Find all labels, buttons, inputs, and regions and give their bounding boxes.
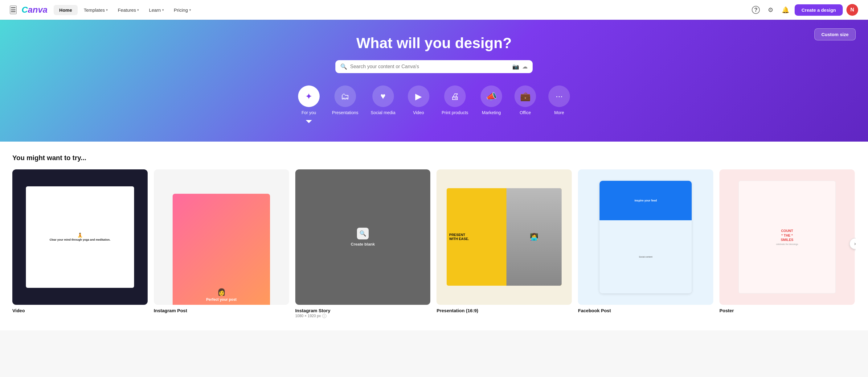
pricing-nav-link[interactable]: Pricing ▾ (169, 5, 195, 15)
main-content: You might want to try... 🧘 Clear your mi… (0, 142, 868, 330)
upload-search-button[interactable]: ☁ (522, 63, 528, 70)
chevron-down-icon: ▾ (137, 8, 139, 12)
upload-icon: ☁ (522, 63, 528, 70)
marketing-icon: 📣 (480, 85, 502, 107)
nav-links: Templates ▾ Features ▾ Learn ▾ Pricing ▾ (80, 5, 195, 15)
bell-icon: 🔔 (782, 6, 789, 13)
category-item-office[interactable]: 💼Office (515, 85, 536, 123)
settings-button[interactable]: ⚙ (765, 4, 776, 16)
camera-icon: 📷 (512, 63, 519, 70)
custom-size-button[interactable]: Custom size (814, 28, 856, 40)
presentations-icon: 🗂 (335, 85, 356, 107)
nav-right: ? ⚙ 🔔 Create a design N (750, 4, 858, 16)
templates-nav-link[interactable]: Templates ▾ (80, 5, 112, 15)
card-poster[interactable]: COUNT* THE *SMILES celebrate the blessin… (719, 169, 855, 318)
category-label: Office (520, 110, 531, 115)
camera-search-button[interactable]: 📷 (512, 63, 519, 70)
for-you-icon: ✦ (298, 85, 320, 107)
question-mark-icon: ? (752, 6, 760, 14)
card-label: Instagram Post (154, 308, 289, 313)
category-list: ✦For you🗂Presentations♥Social media▶Vide… (10, 85, 858, 123)
category-label: Print products (442, 110, 468, 115)
suggestion-cards: 🧘 Clear your mind through yoga and medit… (12, 169, 856, 318)
card-label: Poster (719, 308, 855, 313)
learn-nav-link[interactable]: Learn ▾ (145, 5, 168, 15)
card-thumbnail: 🔍 Create blank (295, 169, 431, 305)
card-sublabel: 1080 × 1920 pxi (295, 314, 431, 318)
more-icon: ··· (548, 85, 570, 107)
card-instagram-post[interactable]: 👩 Perfect your post Instagram Post (154, 169, 289, 318)
category-label: For you (302, 110, 316, 115)
search-icon: 🔍 (340, 63, 347, 70)
active-indicator (306, 120, 312, 123)
help-button[interactable]: ? (750, 4, 761, 16)
create-design-button[interactable]: Create a design (795, 4, 843, 16)
category-item-social-media[interactable]: ♥Social media (371, 85, 396, 123)
card-thumbnail: 🧘 Clear your mind through yoga and medit… (12, 169, 148, 305)
category-item-more[interactable]: ···More (548, 85, 570, 123)
card-thumbnail: 👩 Perfect your post (154, 169, 289, 305)
avatar[interactable]: N (846, 4, 858, 16)
search-bar: 🔍 📷 ☁ (335, 60, 533, 73)
notifications-button[interactable]: 🔔 (780, 4, 791, 16)
card-instagram-story[interactable]: 🔍 Create blank Instagram Story1080 × 192… (295, 169, 431, 318)
category-label: Marketing (482, 110, 501, 115)
print-products-icon: 🖨 (444, 85, 466, 107)
category-item-presentations[interactable]: 🗂Presentations (332, 85, 359, 123)
category-label: Social media (371, 110, 396, 115)
suggestions-title: You might want to try... (12, 154, 856, 162)
card-thumbnail: PRESENTWITH EASE. 👩‍💻 (436, 169, 572, 305)
category-item-video[interactable]: ▶Video (408, 85, 429, 123)
card-label: Presentation (16:9) (436, 308, 572, 313)
category-label: More (554, 110, 564, 115)
card-facebook-post[interactable]: Inspire your feed Social content Faceboo… (578, 169, 713, 318)
category-label: Video (413, 110, 424, 115)
home-button[interactable]: Home (54, 5, 78, 15)
gear-icon: ⚙ (768, 6, 773, 13)
card-label: Facebook Post (578, 308, 713, 313)
office-icon: 💼 (515, 85, 536, 107)
card-video[interactable]: 🧘 Clear your mind through yoga and medit… (12, 169, 148, 318)
video-icon: ▶ (408, 85, 429, 107)
hero-title: What will you design? (10, 34, 858, 52)
chevron-down-icon: ▾ (189, 8, 191, 12)
features-nav-link[interactable]: Features ▾ (114, 5, 143, 15)
chevron-down-icon: ▾ (106, 8, 108, 12)
navbar: ☰ Canva Home Templates ▾ Features ▾ Lear… (0, 0, 868, 20)
hamburger-menu[interactable]: ☰ (10, 5, 17, 14)
card-thumbnail: Inspire your feed Social content (578, 169, 713, 305)
category-item-for-you[interactable]: ✦For you (298, 85, 320, 123)
search-actions: 📷 ☁ (512, 63, 528, 70)
canva-logo[interactable]: Canva (22, 5, 48, 15)
search-input[interactable] (350, 64, 509, 69)
social-media-icon: ♥ (372, 85, 394, 107)
card-label: Video (12, 308, 148, 313)
category-item-print-products[interactable]: 🖨Print products (442, 85, 468, 123)
info-icon[interactable]: i (322, 314, 327, 318)
card-presentation[interactable]: PRESENTWITH EASE. 👩‍💻 Presentation (16:9… (436, 169, 572, 318)
category-item-marketing[interactable]: 📣Marketing (480, 85, 502, 123)
card-label: Instagram Story (295, 308, 431, 313)
card-thumbnail: COUNT* THE *SMILES celebrate the blessin… (719, 169, 855, 305)
category-label: Presentations (332, 110, 359, 115)
hero-section: Custom size What will you design? 🔍 📷 ☁ … (0, 20, 868, 142)
chevron-down-icon: ▾ (162, 8, 164, 12)
